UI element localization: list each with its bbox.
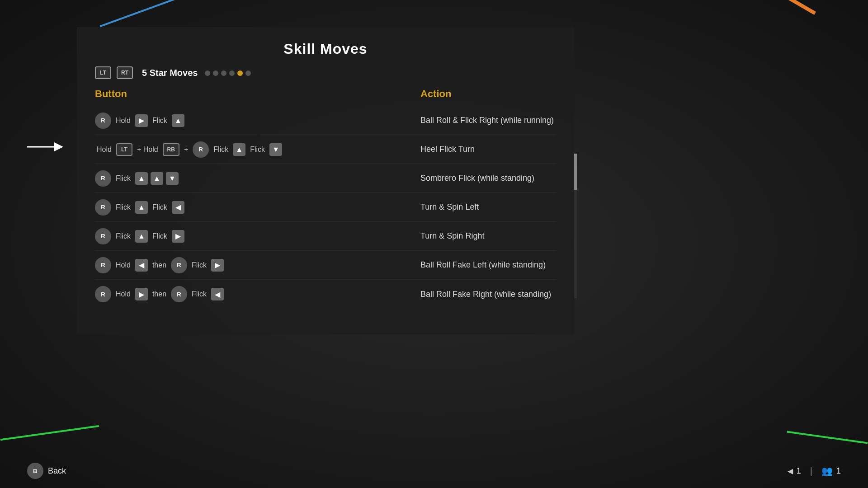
word-2-2: + Hold (137, 145, 158, 154)
lt-badge: LT (95, 66, 111, 79)
page-left-arrow: ◀ (788, 467, 793, 475)
word-2-0: Hold (97, 145, 112, 154)
arrow-right-5-4: ▶ (172, 230, 184, 243)
moves-list: RHold▶Flick▲Ball Roll & Flick Right (whi… (95, 106, 556, 309)
arrow-right-1-2: ▶ (135, 114, 148, 127)
arrow-up-4-2: ▲ (135, 201, 148, 214)
word-1-1: Hold (116, 117, 131, 125)
circle-btn-4-0: R (95, 199, 111, 216)
circle-btn-6-0: R (95, 257, 111, 273)
word-7-3: then (152, 290, 166, 298)
page-number: ◀ 1 (788, 466, 801, 476)
move-button-area-7: RHold▶thenRFlick◀ (95, 286, 420, 302)
rect-btn-2-3: RB (163, 143, 179, 156)
move-action-5: Turn & Spin Right (420, 231, 556, 241)
word-2-4: + (184, 145, 188, 154)
arrow-up-3-2: ▲ (135, 172, 148, 185)
dot-indicators (205, 70, 251, 76)
svg-marker-1 (54, 142, 63, 151)
word-4-1: Flick (116, 203, 131, 211)
arrow-left-6-2: ◀ (135, 259, 148, 272)
dot-2 (213, 70, 218, 76)
move-action-1: Ball Roll & Flick Right (while running) (420, 116, 556, 125)
column-button-header: Button (95, 88, 420, 100)
column-action-header: Action (420, 88, 556, 100)
dot-1 (205, 70, 210, 76)
dot-3 (221, 70, 226, 76)
arrow-left-7-6: ◀ (211, 288, 224, 300)
tab-header: LT RT 5 Star Moves (95, 66, 556, 79)
move-button-area-1: RHold▶Flick▲ (95, 113, 420, 129)
users-count: 👥 1 (821, 465, 841, 476)
move-action-4: Turn & Spin Left (420, 202, 556, 212)
page-title: Skill Moves (95, 41, 556, 57)
word-2-8: Flick (250, 145, 265, 154)
move-button-area-4: RFlick▲Flick◀ (95, 199, 420, 216)
move-row-2: HoldLT+ HoldRB+RFlick▲Flick▼Heel Flick T… (95, 135, 556, 164)
circle-btn-7-0: R (95, 286, 111, 302)
bottom-right-info: ◀ 1 | 👥 1 (788, 465, 841, 476)
circle-btn-3-0: R (95, 170, 111, 187)
users-icon: 👥 (821, 465, 833, 476)
word-6-5: Flick (192, 261, 207, 269)
word-5-3: Flick (152, 232, 167, 240)
scrollbar-thumb[interactable] (574, 154, 577, 190)
back-button[interactable]: B Back (27, 463, 66, 479)
word-2-6: Flick (213, 145, 228, 154)
arrow-up-5-2: ▲ (135, 230, 148, 243)
arrow-up-3-3: ▲ (151, 172, 163, 185)
move-button-area-3: RFlick▲▲▼ (95, 170, 420, 187)
move-action-6: Ball Roll Fake Left (while standing) (420, 260, 556, 270)
scrollbar[interactable] (574, 154, 577, 298)
word-7-5: Flick (192, 290, 207, 298)
circle-btn-6-4: R (171, 257, 187, 273)
circle-btn-1-0: R (95, 113, 111, 129)
move-row-1: RHold▶Flick▲Ball Roll & Flick Right (whi… (95, 106, 556, 135)
circle-btn-2-5: R (193, 141, 209, 158)
selection-arrow-indicator (27, 140, 63, 154)
arrow-up-1-4: ▲ (172, 114, 184, 127)
circle-btn-5-0: R (95, 228, 111, 244)
circle-btn-7-4: R (171, 286, 187, 302)
move-action-7: Ball Roll Fake Right (while standing) (420, 290, 556, 299)
arrow-right-6-6: ▶ (211, 259, 224, 272)
dot-6 (245, 70, 251, 76)
move-row-4: RFlick▲Flick◀Turn & Spin Left (95, 193, 556, 222)
rect-btn-2-1: LT (116, 143, 132, 156)
rt-badge: RT (117, 66, 133, 79)
word-6-3: then (152, 261, 166, 269)
move-action-2: Heel Flick Turn (420, 145, 556, 154)
page-current: 1 (797, 466, 801, 476)
move-button-area-5: RFlick▲Flick▶ (95, 228, 420, 244)
move-row-3: RFlick▲▲▼Sombrero Flick (while standing) (95, 164, 556, 193)
move-button-area-2: HoldLT+ HoldRB+RFlick▲Flick▼ (95, 141, 420, 158)
move-row-5: RFlick▲Flick▶Turn & Spin Right (95, 222, 556, 251)
move-action-3: Sombrero Flick (while standing) (420, 174, 556, 183)
dot-4 (229, 70, 235, 76)
bottom-bar: B Back ◀ 1 | 👥 1 (27, 463, 841, 479)
arrow-down-2-9: ▼ (269, 143, 282, 156)
word-1-3: Flick (152, 117, 167, 125)
arrow-right-7-2: ▶ (135, 288, 148, 300)
word-5-1: Flick (116, 232, 131, 240)
word-4-3: Flick (152, 203, 167, 211)
main-panel: Skill Moves LT RT 5 Star Moves Button Ac… (77, 27, 574, 334)
move-row-6: RHold◀thenRFlick▶Ball Roll Fake Left (wh… (95, 251, 556, 280)
tab-title: 5 Star Moves (142, 68, 198, 78)
users-number: 1 (836, 466, 841, 476)
arrow-down-3-4: ▼ (166, 172, 179, 185)
move-row-7: RHold▶thenRFlick◀Ball Roll Fake Right (w… (95, 280, 556, 309)
back-label: Back (48, 466, 66, 476)
columns-header: Button Action (95, 88, 556, 100)
word-3-1: Flick (116, 174, 131, 183)
separator: | (810, 466, 812, 476)
b-button-circle: B (27, 463, 43, 479)
word-7-1: Hold (116, 290, 131, 298)
dot-5-active (237, 70, 243, 76)
word-6-1: Hold (116, 261, 131, 269)
move-button-area-6: RHold◀thenRFlick▶ (95, 257, 420, 273)
arrow-up-2-7: ▲ (233, 143, 245, 156)
arrow-left-4-4: ◀ (172, 201, 184, 214)
